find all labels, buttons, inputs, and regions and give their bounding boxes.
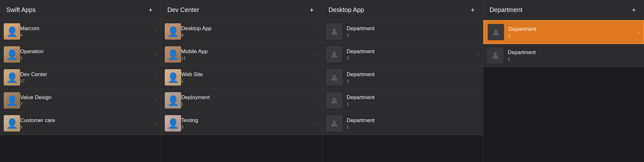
item-info-dept-a: Department1 bbox=[508, 26, 636, 38]
list-item-desktop-app[interactable]: Desktop App8› bbox=[161, 20, 322, 43]
column-title-swift-apps: Swift Apps bbox=[6, 6, 36, 14]
avatar-placeholder-dept-2 bbox=[326, 46, 342, 63]
svg-point-1 bbox=[333, 52, 336, 55]
list-item-testing[interactable]: Testing3› bbox=[161, 112, 322, 135]
list-item-web-site[interactable]: Web Site1› bbox=[161, 66, 322, 89]
add-button-dev-center[interactable]: + bbox=[308, 6, 316, 14]
list-item-operation[interactable]: Operation3› bbox=[0, 43, 161, 66]
avatar-web-site bbox=[165, 69, 181, 86]
avatar-value-design bbox=[4, 92, 20, 109]
item-name-dept-2: Department bbox=[347, 48, 475, 55]
add-button-desktop-app[interactable]: + bbox=[469, 6, 477, 14]
item-info-marcom: Marcom4 bbox=[20, 25, 153, 37]
item-info-dept-b: Department1 bbox=[508, 49, 640, 61]
avatar-operation bbox=[4, 46, 20, 63]
list-item-mobile-app[interactable]: Mobile App11› bbox=[161, 43, 322, 66]
column-title-desktop-app: Desktop App bbox=[329, 6, 364, 14]
chevron-icon-deployment: › bbox=[316, 98, 318, 103]
avatar-placeholder-dept-4 bbox=[326, 92, 342, 109]
svg-point-5 bbox=[494, 29, 497, 32]
avatar-marcom bbox=[4, 23, 20, 40]
svg-point-4 bbox=[333, 120, 336, 124]
item-info-dept-4: Department1 bbox=[347, 94, 479, 106]
svg-point-3 bbox=[333, 98, 336, 101]
columns-container: Swift Apps+Marcom4›Operation3›Dev Center… bbox=[0, 0, 644, 162]
item-name-customer-care: Customer care bbox=[20, 117, 153, 124]
column-department: Department+ Department1› Department1 bbox=[483, 0, 644, 162]
items-list-swift-apps: Marcom4›Operation3›Dev Center27›Value De… bbox=[0, 20, 161, 162]
item-count-deployment: 1 bbox=[181, 102, 314, 106]
item-name-marcom: Marcom bbox=[20, 25, 153, 32]
item-count-web-site: 1 bbox=[181, 79, 314, 83]
avatar-placeholder-dept-3 bbox=[326, 69, 342, 86]
list-item-dept-1[interactable]: Department1 bbox=[322, 20, 483, 43]
add-button-swift-apps[interactable]: + bbox=[147, 6, 154, 14]
list-item-dept-2[interactable]: Department2› bbox=[322, 43, 483, 66]
item-count-customer-care: 5 bbox=[20, 125, 153, 129]
column-dev-center: Dev Center+Desktop App8›Mobile App11›Web… bbox=[161, 0, 322, 162]
items-list-desktop-app: Department1 Department2› Department1 Dep… bbox=[322, 20, 483, 162]
list-item-dept-5[interactable]: Department1 bbox=[322, 112, 483, 135]
column-desktop-app: Desktop App+ Department1 Department2› De… bbox=[322, 0, 483, 162]
item-count-marcom: 4 bbox=[20, 33, 153, 37]
avatar-placeholder-dept-a bbox=[488, 24, 504, 40]
list-item-deployment[interactable]: Deployment1› bbox=[161, 89, 322, 112]
item-info-desktop-app: Desktop App8 bbox=[181, 25, 314, 37]
item-info-deployment: Deployment1 bbox=[181, 94, 314, 106]
item-info-dept-2: Department2 bbox=[347, 48, 475, 60]
item-count-operation: 3 bbox=[20, 56, 153, 60]
item-count-dev-center: 27 bbox=[20, 79, 153, 83]
item-name-dept-4: Department bbox=[347, 94, 479, 101]
column-header-swift-apps: Swift Apps+ bbox=[0, 0, 161, 20]
item-info-dept-5: Department1 bbox=[347, 117, 479, 129]
column-title-dev-center: Dev Center bbox=[167, 6, 199, 14]
avatar-desktop-app bbox=[165, 23, 181, 40]
svg-point-2 bbox=[333, 75, 336, 78]
list-item-dept-b[interactable]: Department1 bbox=[483, 44, 644, 67]
list-item-value-design[interactable]: Value Design7› bbox=[0, 89, 161, 112]
item-info-operation: Operation3 bbox=[20, 48, 153, 60]
list-item-dev-center[interactable]: Dev Center27› bbox=[0, 66, 161, 89]
list-item-dept-3[interactable]: Department1 bbox=[322, 66, 483, 89]
chevron-icon-customer-care: › bbox=[155, 120, 157, 126]
svg-point-6 bbox=[494, 53, 497, 56]
item-name-web-site: Web Site bbox=[181, 71, 314, 78]
item-count-testing: 3 bbox=[181, 125, 314, 129]
item-count-dept-1: 1 bbox=[347, 33, 479, 37]
item-name-dept-5: Department bbox=[347, 117, 479, 124]
list-item-marcom[interactable]: Marcom4› bbox=[0, 20, 161, 43]
svg-point-0 bbox=[333, 29, 336, 32]
chevron-icon-dev-center: › bbox=[155, 75, 157, 80]
chevron-icon-value-design: › bbox=[155, 98, 157, 103]
item-name-mobile-app: Mobile App bbox=[181, 48, 314, 55]
item-info-testing: Testing3 bbox=[181, 117, 314, 129]
avatar-dev-center bbox=[4, 69, 20, 86]
item-count-dept-2: 2 bbox=[347, 56, 475, 60]
item-count-mobile-app: 11 bbox=[181, 56, 314, 60]
item-info-customer-care: Customer care5 bbox=[20, 117, 153, 129]
list-item-dept-4[interactable]: Department1 bbox=[322, 89, 483, 112]
item-name-desktop-app: Desktop App bbox=[181, 25, 314, 32]
item-count-dept-5: 1 bbox=[347, 125, 479, 129]
item-count-dept-b: 1 bbox=[508, 57, 640, 61]
add-button-department[interactable]: + bbox=[630, 6, 638, 14]
item-name-dev-center: Dev Center bbox=[20, 71, 153, 78]
item-count-dept-3: 1 bbox=[347, 79, 479, 83]
column-swift-apps: Swift Apps+Marcom4›Operation3›Dev Center… bbox=[0, 0, 161, 162]
chevron-icon-marcom: › bbox=[155, 29, 157, 34]
item-info-value-design: Value Design7 bbox=[20, 94, 153, 106]
column-header-dev-center: Dev Center+ bbox=[161, 0, 322, 20]
column-header-department: Department+ bbox=[483, 0, 644, 20]
chevron-icon-web-site: › bbox=[316, 75, 318, 80]
items-list-dev-center: Desktop App8›Mobile App11›Web Site1›Depl… bbox=[161, 20, 322, 162]
list-item-dept-a[interactable]: Department1› bbox=[483, 20, 644, 44]
chevron-icon-dept-a: › bbox=[638, 29, 640, 35]
item-info-dept-1: Department1 bbox=[347, 25, 479, 37]
list-item-customer-care[interactable]: Customer care5› bbox=[0, 112, 161, 135]
chevron-icon-desktop-app: › bbox=[316, 29, 318, 34]
item-name-deployment: Deployment bbox=[181, 94, 314, 101]
item-count-dept-4: 1 bbox=[347, 102, 479, 106]
item-name-dept-a: Department bbox=[508, 26, 636, 32]
avatar-placeholder-dept-1 bbox=[326, 23, 342, 40]
avatar-placeholder-dept-5 bbox=[326, 115, 342, 131]
